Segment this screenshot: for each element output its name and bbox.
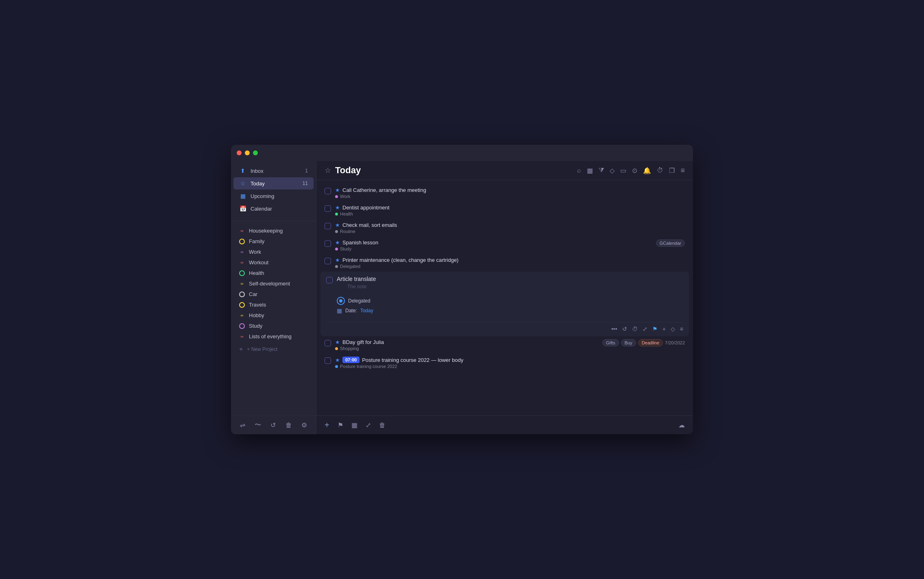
tag-buy: Buy bbox=[621, 339, 636, 346]
sidebar-item-calendar[interactable]: 📅 Calendar bbox=[233, 202, 314, 215]
sidebar-item-hobby[interactable]: ∞ Hobby bbox=[233, 310, 314, 320]
add-subtask-icon[interactable]: + bbox=[662, 326, 666, 332]
sidebar-item-today[interactable]: ☆ Today 11 bbox=[233, 177, 314, 189]
calendar-icon: 📅 bbox=[239, 205, 246, 212]
calendar-bottom-icon[interactable]: ▦ bbox=[351, 421, 357, 429]
project-dot-workout: ∞ bbox=[239, 260, 245, 266]
task-row[interactable]: ★ Spanish lesson Study GCalendar bbox=[316, 237, 693, 254]
sidebar-item-car[interactable]: Car bbox=[233, 289, 314, 299]
add-task-icon[interactable]: + bbox=[325, 420, 329, 430]
sidebar: ⬆ Inbox 1 ☆ Today 11 ▦ Upcoming 📅 bbox=[231, 161, 316, 434]
new-project-label: + New Project bbox=[247, 346, 277, 352]
today-icon: ☆ bbox=[239, 180, 246, 187]
label-icon[interactable]: ◇ bbox=[671, 326, 675, 332]
sidebar-item-workout[interactable]: ∞ Workout bbox=[233, 257, 314, 268]
copy-icon[interactable]: ❐ bbox=[669, 167, 675, 174]
close-button[interactable] bbox=[237, 150, 242, 155]
task-content: ★ Printer maintenance (clean, change the… bbox=[335, 257, 685, 269]
sidebar-label-calendar: Calendar bbox=[251, 206, 272, 212]
task-content: ★ 07:00 Posture training course 2022 — l… bbox=[335, 357, 685, 369]
notification-icon[interactable]: 🔔 bbox=[643, 167, 651, 174]
category-dot bbox=[335, 248, 338, 250]
task-title: Printer maintenance (clean, change the c… bbox=[342, 257, 458, 263]
list-collapse-icon[interactable]: ≡ bbox=[680, 166, 685, 175]
sidebar-item-health[interactable]: Health bbox=[233, 268, 314, 278]
app-window: ⬆ Inbox 1 ☆ Today 11 ▦ Upcoming 📅 bbox=[231, 145, 693, 434]
task-checkbox[interactable] bbox=[325, 357, 331, 364]
task-row[interactable]: ★ Dentist appointment Health bbox=[316, 202, 693, 219]
task-category: Routine bbox=[340, 229, 355, 234]
delegated-icon bbox=[337, 297, 345, 305]
sidebar-bottom-bar: ⇌ 〜 ↺ 🗑 ⚙ bbox=[231, 416, 316, 434]
maximize-button[interactable] bbox=[253, 150, 258, 155]
task-checkbox[interactable] bbox=[325, 240, 331, 247]
task-star-icon: ★ bbox=[335, 239, 340, 246]
task-category: Work bbox=[340, 194, 350, 199]
task-checkbox[interactable] bbox=[325, 340, 331, 346]
task-row[interactable]: ★ 07:00 Posture training course 2022 — l… bbox=[316, 354, 693, 372]
task-meta: Delegated ▦ Date: Today bbox=[337, 297, 373, 314]
task-star-icon: ★ bbox=[335, 222, 340, 228]
sidebar-item-lists[interactable]: ∞ Lists of everything bbox=[233, 331, 314, 342]
favorite-star-icon[interactable]: ☆ bbox=[325, 166, 331, 175]
task-row[interactable]: ★ Printer maintenance (clean, change the… bbox=[316, 254, 693, 272]
task-checkbox[interactable] bbox=[326, 277, 333, 283]
minimize-button[interactable] bbox=[245, 150, 250, 155]
sidebar-item-study[interactable]: Study bbox=[233, 321, 314, 331]
focus-icon[interactable]: ⊙ bbox=[632, 167, 637, 174]
sidebar-item-self-development[interactable]: ∞ Self-development bbox=[233, 279, 314, 289]
list-icon[interactable]: ≡ bbox=[680, 326, 683, 332]
grid-view-icon[interactable]: ▦ bbox=[587, 167, 593, 174]
search-icon[interactable]: ⌕ bbox=[577, 167, 581, 174]
task-star-icon: ★ bbox=[335, 339, 340, 345]
date-icon: ▦ bbox=[337, 307, 342, 314]
project-dot-travels bbox=[239, 302, 245, 308]
delegate-icon[interactable]: ⤢ bbox=[643, 326, 647, 332]
tag-gcalendar: GCalendar bbox=[656, 239, 685, 247]
task-checkbox[interactable] bbox=[325, 188, 331, 194]
filter-icon[interactable]: ⧩ bbox=[599, 167, 604, 174]
task-row-expanded[interactable]: Article translate The note Delegated bbox=[320, 272, 689, 336]
history-icon[interactable]: ↺ bbox=[268, 419, 278, 431]
sidebar-item-work[interactable]: ∞ Work bbox=[233, 247, 314, 257]
new-project-button[interactable]: + + New Project bbox=[233, 343, 314, 355]
repeat-icon[interactable]: ↺ bbox=[622, 326, 627, 332]
task-row[interactable]: ★ BDay gift for Julia Shopping Gifts Buy… bbox=[316, 336, 693, 354]
cloud-sync-icon[interactable]: ☁ bbox=[678, 421, 685, 429]
shuffle-icon[interactable]: ⇌ bbox=[238, 419, 248, 431]
wifi-icon[interactable]: 〜 bbox=[252, 418, 264, 432]
settings-icon[interactable]: ⚙ bbox=[299, 419, 309, 431]
task-title: BDay gift for Julia bbox=[342, 339, 384, 345]
reminder-icon[interactable]: ⏱ bbox=[632, 326, 638, 332]
timer-icon[interactable]: ⏱ bbox=[657, 167, 663, 174]
task-row[interactable]: ★ Call Catherine, arrange the meeting Wo… bbox=[316, 184, 693, 202]
more-icon[interactable]: ••• bbox=[611, 326, 617, 332]
project-label-lists: Lists of everything bbox=[249, 333, 292, 340]
monitor-icon[interactable]: ▭ bbox=[620, 167, 626, 174]
sidebar-item-inbox[interactable]: ⬆ Inbox 1 bbox=[233, 165, 314, 177]
tag-icon[interactable]: ◇ bbox=[610, 167, 615, 174]
trash-sidebar-icon[interactable]: 🗑 bbox=[283, 419, 294, 431]
project-label-family: Family bbox=[249, 238, 264, 244]
expanded-task-top: Article translate The note bbox=[326, 276, 683, 290]
sidebar-item-family[interactable]: Family bbox=[233, 236, 314, 246]
move-bottom-icon[interactable]: ⤢ bbox=[366, 421, 371, 429]
sidebar-projects: ∞ Housekeeping Family ∞ Work ∞ Workout bbox=[231, 224, 316, 416]
task-checkbox[interactable] bbox=[325, 223, 331, 229]
task-title: Check mail, sort emails bbox=[342, 222, 397, 228]
sidebar-item-upcoming[interactable]: ▦ Upcoming bbox=[233, 190, 314, 202]
task-category: Posture training course 2022 bbox=[340, 364, 397, 369]
category-dot bbox=[335, 195, 338, 198]
task-checkbox[interactable] bbox=[325, 258, 331, 264]
inbox-icon: ⬆ bbox=[239, 167, 246, 174]
task-checkbox[interactable] bbox=[325, 205, 331, 212]
project-dot-car bbox=[239, 292, 245, 297]
sidebar-divider-1 bbox=[231, 221, 316, 221]
sidebar-item-travels[interactable]: Travels bbox=[233, 300, 314, 310]
task-row[interactable]: ★ Check mail, sort emails Routine bbox=[316, 219, 693, 237]
trash-bottom-icon[interactable]: 🗑 bbox=[379, 422, 386, 429]
project-dot-lists: ∞ bbox=[239, 334, 245, 340]
flag-bottom-icon[interactable]: ⚑ bbox=[338, 421, 343, 429]
sidebar-item-housekeeping[interactable]: ∞ Housekeeping bbox=[233, 226, 314, 236]
flag-icon[interactable]: ⚑ bbox=[652, 326, 658, 332]
